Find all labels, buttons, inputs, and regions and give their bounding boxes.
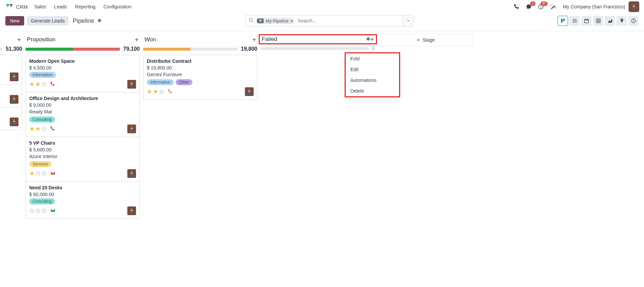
quick-add-icon[interactable]: + — [17, 36, 21, 43]
kanban-card[interactable]: Need 20 Desks$ 60,000.00Consulting — [26, 181, 140, 219]
nav-sales[interactable]: Sales — [34, 4, 46, 9]
nav-reporting[interactable]: Reporting — [75, 4, 95, 9]
nav-configuration[interactable]: Configuration — [103, 4, 131, 9]
progress-bar[interactable] — [26, 48, 120, 51]
kanban-card[interactable]: Distributor Contract$ 19,800.00Gemini Fu… — [143, 55, 257, 100]
calendar-view-icon[interactable] — [581, 16, 592, 26]
svg-rect-39 — [130, 127, 133, 128]
progress-segment — [261, 47, 369, 50]
priority-stars[interactable] — [29, 126, 47, 132]
company-selector[interactable]: My Company (San Francisco) — [563, 4, 625, 9]
activities-icon[interactable]: 37 — [537, 3, 545, 11]
search-icon[interactable] — [246, 18, 256, 24]
tag[interactable]: Information — [29, 72, 56, 78]
svg-marker-1 — [9, 4, 13, 7]
add-stage-button[interactable]: Stage — [378, 34, 472, 46]
card-customer: Azure Interior — [29, 154, 136, 159]
assignee-avatar[interactable] — [10, 117, 18, 126]
assignee-avatar[interactable] — [127, 125, 136, 133]
column-meta: 19,800 — [143, 46, 257, 52]
kanban-card[interactable]: vices — [0, 107, 22, 130]
progress-bar[interactable] — [261, 47, 369, 50]
priority-stars[interactable] — [29, 208, 47, 213]
column-header: Proposition+ — [26, 35, 140, 45]
kanban-card[interactable]: 5 VP Chairs$ 5,600.00Azure InteriorServi… — [26, 137, 140, 182]
activity-icon[interactable] — [168, 89, 173, 95]
activity-icon[interactable] — [50, 207, 56, 214]
quick-add-icon[interactable]: + — [370, 36, 374, 43]
card-title: Need 20 Desks — [29, 185, 136, 190]
kanban-view-icon[interactable] — [558, 16, 568, 26]
svg-point-3 — [519, 5, 519, 5]
svg-rect-11 — [561, 19, 562, 23]
assignee-avatar[interactable] — [10, 95, 18, 104]
column-title[interactable]: Won — [144, 36, 252, 43]
kanban-board: +51,300ns: Furnituresdy MatChairsvicesPr… — [0, 31, 644, 222]
pivot-view-icon[interactable] — [593, 16, 603, 26]
kanban-column-won: Won+19,800Distributor Contract$ 19,800.0… — [143, 35, 257, 99]
kanban-card[interactable]: ns: Furnituresdy Mat — [0, 55, 22, 85]
search-dropdown-toggle[interactable] — [403, 15, 413, 26]
user-avatar[interactable] — [629, 2, 639, 11]
activity-icon[interactable] — [50, 126, 55, 132]
list-view-icon[interactable] — [569, 16, 580, 26]
menu-item-fold[interactable]: Fold — [346, 53, 399, 64]
remove-filter-icon[interactable]: × — [290, 18, 293, 23]
action-gear-icon[interactable] — [97, 18, 101, 24]
column-header: Failed+ — [259, 34, 377, 44]
svg-rect-38 — [130, 130, 133, 132]
kanban-card[interactable]: Chairs — [0, 85, 22, 107]
svg-rect-51 — [248, 90, 250, 91]
column-gear-icon[interactable] — [366, 37, 370, 42]
progress-bar[interactable] — [0, 48, 2, 51]
stage-context-menu: FoldEditAutomationsDelete — [345, 52, 400, 97]
tag[interactable]: Consulting — [29, 116, 55, 123]
column-header: + — [0, 35, 22, 45]
column-title[interactable]: Proposition — [27, 36, 135, 43]
assignee-avatar[interactable] — [10, 73, 18, 81]
new-button[interactable]: New — [5, 16, 24, 26]
svg-rect-50 — [248, 92, 251, 95]
generate-leads-button[interactable]: Generate Leads — [27, 16, 69, 26]
svg-rect-30 — [12, 123, 15, 125]
assignee-avatar[interactable] — [127, 169, 136, 178]
tag[interactable]: Other — [176, 79, 192, 85]
column-title[interactable]: Failed — [262, 36, 363, 43]
svg-marker-0 — [6, 4, 9, 7]
voip-icon[interactable] — [513, 3, 521, 11]
activity-view-icon[interactable] — [628, 16, 639, 26]
graph-view-icon[interactable] — [605, 16, 615, 26]
tag[interactable]: Information — [147, 79, 174, 85]
menu-item-automations[interactable]: Automations — [346, 75, 399, 86]
quick-add-icon[interactable]: + — [252, 36, 256, 43]
quick-add-icon[interactable]: + — [135, 36, 138, 43]
priority-stars[interactable] — [29, 82, 47, 87]
assignee-avatar[interactable] — [245, 87, 254, 96]
app-name[interactable]: CRM — [16, 4, 28, 10]
card-revenue: $ 5,600.00 — [29, 147, 136, 152]
progress-bar[interactable] — [143, 48, 238, 51]
activity-icon[interactable] — [50, 81, 55, 88]
app-logo-icon — [5, 3, 13, 11]
card-revenue: $ 19,800.00 — [147, 65, 254, 70]
assignee-avatar[interactable] — [127, 80, 136, 89]
priority-stars[interactable] — [29, 171, 47, 176]
kanban-card[interactable]: Modern Open Space$ 4,500.00Information — [26, 55, 140, 92]
svg-rect-23 — [13, 75, 15, 76]
menu-item-delete[interactable]: Delete — [346, 86, 399, 96]
progress-segment — [143, 48, 190, 51]
debug-icon[interactable] — [549, 3, 557, 11]
card-title: Chairs — [0, 88, 18, 94]
messages-icon[interactable]: 1 — [525, 3, 533, 11]
menu-item-edit[interactable]: Edit — [346, 64, 399, 75]
assignee-avatar[interactable] — [127, 206, 136, 215]
nav-leads[interactable]: Leads — [54, 4, 67, 9]
svg-rect-17 — [585, 19, 589, 23]
priority-stars[interactable] — [147, 89, 164, 94]
kanban-card[interactable]: Office Design and Architecture$ 9,000.00… — [26, 92, 140, 137]
tag[interactable]: Consulting — [29, 198, 55, 204]
tag[interactable]: Services — [29, 161, 51, 167]
search-input[interactable] — [296, 17, 403, 25]
map-view-icon[interactable] — [616, 16, 627, 26]
activity-icon[interactable] — [50, 170, 56, 177]
